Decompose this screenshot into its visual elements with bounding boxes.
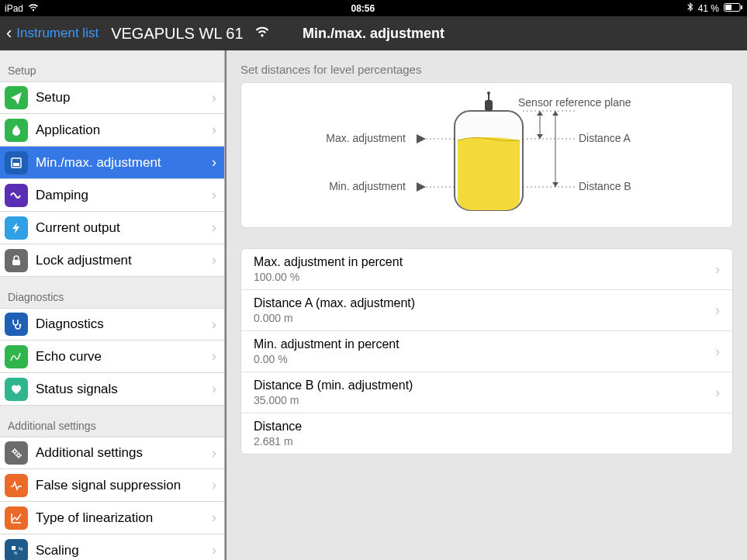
value-readout: 0.00 % (254, 353, 399, 365)
back-link[interactable]: Instrument list (16, 26, 99, 41)
min-arrow-icon (417, 182, 455, 192)
svg-text:kg: kg (19, 546, 23, 551)
section-header: Diagnostics (0, 277, 224, 308)
back-chevron-icon[interactable]: ‹ (6, 23, 12, 43)
chevron-right-icon: › (715, 344, 720, 360)
value-title: Distance (254, 420, 302, 434)
svg-point-6 (19, 324, 22, 327)
chevron-right-icon: › (212, 477, 216, 493)
adjustment-values-card: Max. adjustment in percent100.00 %›Dista… (240, 248, 733, 455)
diagram-sensor-ref-label: Sensor reference plane (518, 96, 631, 109)
value-row-max-adjustment-in-percent[interactable]: Max. adjustment in percent100.00 %› (241, 249, 732, 290)
sidebar-item-false-signal-suppression[interactable]: False signal suppression› (0, 469, 224, 502)
device-wifi-icon[interactable] (254, 26, 270, 41)
sidebar-item-echo-curve[interactable]: Echo curve› (0, 340, 224, 373)
sidebar-item-setup[interactable]: Setup› (0, 81, 224, 114)
section-header: Additional settings (0, 406, 224, 437)
paper-plane-icon (5, 86, 28, 109)
gauge-icon (5, 151, 28, 175)
sidebar-item-status-signals[interactable]: Status signals› (0, 373, 224, 406)
chevron-right-icon: › (212, 154, 216, 171)
tank-icon (455, 92, 523, 210)
sidebar[interactable]: SetupSetup›Application›Min./max. adjustm… (0, 50, 225, 560)
status-bar: iPad 08:56 41 % (0, 0, 747, 16)
diagram-max-adj-label: Max. adjustment (326, 132, 406, 144)
device-label: iPad (5, 3, 23, 14)
sidebar-item-label: Setup (36, 90, 212, 105)
sidebar-item-current-output[interactable]: Current output› (0, 212, 224, 244)
hint-text: Set distances for level percentages (240, 63, 733, 76)
lock-icon (5, 249, 28, 272)
value-readout: 2.681 m (254, 435, 302, 448)
value-title: Min. adjustment in percent (254, 337, 399, 351)
sidebar-item-label: Diagnostics (36, 316, 212, 332)
chevron-right-icon: › (212, 348, 216, 365)
value-row-distance-b-min-adjustment[interactable]: Distance B (min. adjustment)35.000 m› (241, 372, 732, 413)
bluetooth-icon (687, 2, 693, 14)
dist-b-arrow-icon (552, 111, 559, 187)
sidebar-item-application[interactable]: Application› (0, 114, 224, 147)
sidebar-item-lock-adjustment[interactable]: Lock adjustment› (0, 244, 224, 277)
value-title: Distance B (min. adjustment) (254, 379, 413, 392)
pulse-icon (5, 474, 28, 497)
value-readout: 0.000 m (254, 312, 415, 324)
heart-icon (5, 378, 28, 401)
value-readout: 35.000 m (254, 394, 413, 406)
svg-text:%: % (14, 551, 18, 555)
chevron-right-icon: › (715, 302, 720, 319)
chevron-right-icon: › (212, 542, 216, 558)
sidebar-item-label: Scaling (36, 543, 212, 558)
sidebar-item-label: False signal suppression (36, 478, 212, 493)
sidebar-item-min-max-adjustment[interactable]: Min./max. adjustment› (0, 147, 224, 179)
sidebar-item-label: Type of linearization (36, 510, 212, 526)
chevron-right-icon: › (212, 220, 216, 236)
svg-rect-2 (741, 5, 742, 9)
sidebar-item-label: Additional settings (36, 445, 212, 461)
sidebar-item-label: Min./max. adjustment (36, 155, 212, 171)
svg-point-17 (487, 92, 490, 95)
sidebar-item-label: Application (36, 123, 212, 138)
nav-left: ‹ Instrument list VEGAPULS WL 61 (6, 23, 270, 43)
chevron-right-icon: › (715, 261, 720, 278)
diagram-dist-a-label: Distance A (579, 132, 631, 144)
scale-icon: %kg (5, 539, 28, 561)
chart-icon (5, 506, 28, 530)
svg-point-8 (17, 454, 20, 457)
svg-rect-5 (12, 260, 20, 265)
chevron-right-icon: › (212, 510, 216, 526)
diagram-dist-b-label: Distance B (579, 180, 631, 192)
value-row-min-adjustment-in-percent[interactable]: Min. adjustment in percent0.00 %› (241, 331, 732, 372)
svg-rect-4 (13, 163, 19, 166)
section-header: Setup (0, 50, 224, 81)
split-view: SetupSetup›Application›Min./max. adjustm… (0, 50, 747, 560)
nav-bar: ‹ Instrument list VEGAPULS WL 61 Min./ma… (0, 16, 747, 50)
status-right: 41 % (687, 2, 742, 14)
sidebar-item-diagnostics[interactable]: Diagnostics› (0, 308, 224, 340)
sidebar-item-scaling[interactable]: %kgScaling› (0, 534, 224, 560)
diagram-min-adj-label: Min. adjustment (329, 180, 406, 192)
sidebar-item-damping[interactable]: Damping› (0, 179, 224, 212)
svg-rect-15 (485, 100, 493, 111)
status-left: iPad (5, 3, 39, 14)
main-panel: Set distances for level percentages Sens… (227, 50, 747, 560)
wifi-icon (28, 3, 39, 14)
chevron-right-icon: › (212, 122, 216, 138)
sidebar-item-label: Current output (36, 220, 212, 236)
chevron-right-icon: › (715, 385, 720, 401)
svg-point-7 (13, 450, 16, 453)
chevron-right-icon: › (212, 316, 216, 333)
adjustment-diagram: Sensor reference plane Max. adjustment M… (240, 82, 733, 228)
sidebar-item-additional-settings[interactable]: Additional settings› (0, 437, 224, 469)
gears-icon (5, 441, 28, 465)
value-title: Max. adjustment in percent (254, 255, 403, 269)
dist-a-arrow-icon (537, 111, 543, 139)
value-title: Distance A (max. adjustment) (254, 296, 415, 310)
sidebar-item-label: Status signals (36, 382, 212, 397)
chevron-right-icon: › (212, 445, 216, 461)
sidebar-item-type-of-linearization[interactable]: Type of linearization› (0, 502, 224, 534)
battery-icon (724, 3, 742, 14)
device-title: VEGAPULS WL 61 (111, 25, 243, 43)
value-row-distance-a-max-adjustment[interactable]: Distance A (max. adjustment)0.000 m› (241, 290, 732, 331)
battery-pct: 41 % (698, 3, 719, 14)
value-row-distance: Distance2.681 m (241, 413, 732, 454)
